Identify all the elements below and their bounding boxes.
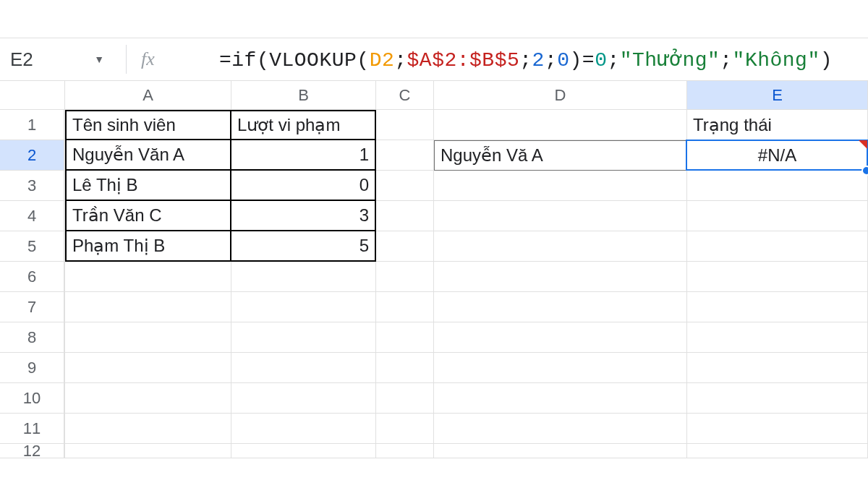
spreadsheet-grid[interactable]: A B C D E 1 Tên sinh viên Lượt vi phạm T… [0,81,868,458]
cell-E7[interactable] [687,292,868,322]
formula-sep: ; [519,49,532,72]
row-header-10[interactable]: 10 [0,383,65,414]
formula-sep: ; [545,49,557,72]
col-header-E[interactable]: E [687,81,868,110]
row-header-6[interactable]: 6 [0,262,65,292]
cell-B9[interactable] [231,353,376,383]
formula-ref-d2: D2 [370,49,395,72]
cell-D4[interactable] [434,201,687,231]
cell-A1[interactable]: Tên sinh viên [65,110,231,140]
row-header-8[interactable]: 8 [0,322,65,353]
cell-D3[interactable] [434,171,687,201]
row-9: 9 [0,353,868,383]
formula-zero: 0 [595,49,607,72]
row-11: 11 [0,414,868,444]
cell-A2[interactable]: Nguyễn Văn A [65,140,231,171]
cell-C7[interactable] [376,292,434,322]
column-header-row: A B C D E [0,81,868,110]
cell-E9[interactable] [687,353,868,383]
row-10: 10 [0,383,868,414]
cell-B12[interactable] [231,444,376,458]
cell-B8[interactable] [231,322,376,353]
cell-E5[interactable] [687,231,868,262]
name-box-value: E2 [10,48,33,71]
col-header-B[interactable]: B [231,81,376,110]
cell-C9[interactable] [376,353,434,383]
cell-C12[interactable] [376,444,434,458]
cell-E1[interactable]: Trạng thái [687,110,868,140]
cell-C2[interactable] [376,140,434,171]
cell-B10[interactable] [231,383,376,414]
cell-A11[interactable] [65,414,231,444]
row-3: 3 Lê Thị B 0 [0,171,868,201]
row-header-4[interactable]: 4 [0,201,65,231]
cell-E2[interactable]: #N/A [687,140,868,171]
cell-D5[interactable] [434,231,687,262]
cell-C10[interactable] [376,383,434,414]
cell-D11[interactable] [434,414,687,444]
cell-E6[interactable] [687,262,868,292]
row-header-7[interactable]: 7 [0,292,65,322]
cell-D9[interactable] [434,353,687,383]
cell-C4[interactable] [376,201,434,231]
cell-B3[interactable]: 0 [231,171,376,201]
cell-D2[interactable]: Nguyễn Vă A [434,140,687,171]
cell-C5[interactable] [376,231,434,262]
formula-string: "Không" [733,49,820,72]
cell-B4[interactable]: 3 [231,201,376,231]
cell-A4[interactable]: Trần Văn C [65,201,231,231]
row-header-9[interactable]: 9 [0,353,65,383]
row-7: 7 [0,292,868,322]
dropdown-icon[interactable]: ▼ [94,53,104,65]
cell-C11[interactable] [376,414,434,444]
cell-E10[interactable] [687,383,868,414]
formula-bar: E2 ▼ fx =if(VLOOKUP(D2;$A$2:$B$5;2;0)=0;… [0,38,868,81]
cell-B1[interactable]: Lượt vi phạm [231,110,376,140]
cell-E3[interactable] [687,171,868,201]
cell-B2[interactable]: 1 [231,140,376,171]
col-header-D[interactable]: D [434,81,687,110]
cell-A7[interactable] [65,292,231,322]
cell-E12[interactable] [687,444,868,458]
cell-A5[interactable]: Phạm Thị B [65,231,231,262]
cell-A9[interactable] [65,353,231,383]
row-header-2[interactable]: 2 [0,140,65,171]
cell-A12[interactable] [65,444,231,458]
row-6: 6 [0,262,868,292]
select-all-corner[interactable] [0,81,65,110]
cell-E8[interactable] [687,322,868,353]
cell-E4[interactable] [687,201,868,231]
cell-E11[interactable] [687,414,868,444]
row-header-12[interactable]: 12 [0,444,65,458]
row-header-1[interactable]: 1 [0,110,65,140]
name-box[interactable]: E2 ▼ [3,38,111,80]
cell-D7[interactable] [434,292,687,322]
row-4: 4 Trần Văn C 3 [0,201,868,231]
cell-C3[interactable] [376,171,434,201]
cell-A6[interactable] [65,262,231,292]
cell-A8[interactable] [65,322,231,353]
cell-B7[interactable] [231,292,376,322]
cell-C6[interactable] [376,262,434,292]
cell-D12[interactable] [434,444,687,458]
cell-C1[interactable] [376,110,434,140]
cell-B6[interactable] [231,262,376,292]
cell-A10[interactable] [65,383,231,414]
fill-handle[interactable] [861,166,868,176]
cell-B11[interactable] [231,414,376,444]
cell-D1[interactable] [434,110,687,140]
row-header-3[interactable]: 3 [0,171,65,201]
cell-D8[interactable] [434,322,687,353]
cell-B5[interactable]: 5 [231,231,376,262]
col-header-A[interactable]: A [65,81,231,110]
cell-D6[interactable] [434,262,687,292]
formula-text: ) [820,49,833,72]
row-header-11[interactable]: 11 [0,414,65,444]
cell-C8[interactable] [376,322,434,353]
row-header-5[interactable]: 5 [0,231,65,262]
col-header-C[interactable]: C [376,81,434,110]
cell-A3[interactable]: Lê Thị B [65,171,231,201]
cell-D10[interactable] [434,383,687,414]
row-12: 12 [0,444,868,458]
fx-icon[interactable]: fx [141,48,155,70]
